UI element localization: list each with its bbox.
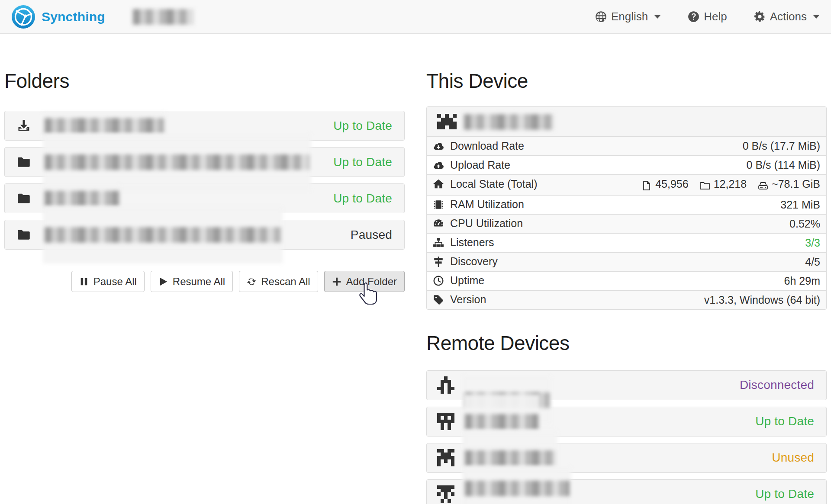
device-identicon-icon [437, 413, 454, 430]
remote-device-status: Up to Date [755, 414, 816, 428]
cloud-upload-icon [433, 159, 444, 170]
add-folder-button[interactable]: Add Folder [324, 271, 405, 292]
device-identicon-icon [437, 449, 454, 466]
redacted-device-name [463, 394, 540, 449]
folder-icon [17, 228, 30, 241]
resume-all-button[interactable]: Resume All [151, 271, 233, 292]
folder-row[interactable]: Up to Date [4, 183, 405, 213]
redacted-device-name [462, 113, 555, 131]
folder-icon [17, 156, 30, 169]
redacted-folder-name [43, 185, 121, 212]
plus-icon [332, 277, 341, 286]
stat-value-part: 12,218 [714, 178, 747, 190]
syncthing-brand[interactable]: Syncthing [11, 5, 105, 29]
folder-row[interactable]: Paused [4, 220, 405, 250]
remote-device-row[interactable]: Unused [426, 443, 827, 473]
nav-menu-actions[interactable]: Actions [754, 10, 820, 23]
download-icon [17, 119, 30, 132]
stat-value: 6h 29m [575, 271, 826, 290]
nav-menu-label: Actions [770, 10, 807, 23]
navbar: Syncthing EnglishHelpActions [0, 0, 831, 34]
nav-menu-label: English [611, 10, 648, 23]
rescan-all-button[interactable]: Rescan All [239, 271, 318, 292]
clock-icon [433, 275, 444, 286]
folder-icon [15, 156, 32, 169]
globe-icon [595, 11, 607, 22]
remote-device-status: Unused [772, 451, 816, 465]
folder-icon [15, 228, 32, 241]
home-icon [433, 178, 444, 189]
stat-value: 0 B/s (17.7 MiB) [575, 137, 826, 156]
this-device-heading: This Device [426, 69, 827, 93]
redacted-folder-name [43, 206, 283, 263]
folder-row[interactable]: Up to Date [4, 147, 405, 177]
stat-value-part: ~78.1 GiB [772, 178, 820, 190]
button-label: Pause All [93, 276, 137, 288]
button-label: Rescan All [261, 276, 310, 288]
chevron-down-icon [654, 15, 661, 19]
device-stats-table: Download Rate0 B/s (17.7 MiB)Upload Rate… [427, 137, 826, 309]
device-stat-row: Local State (Total)45,95612,218~78.1 GiB [427, 175, 826, 196]
nav-menu-help[interactable]: Help [688, 10, 727, 23]
stat-label: Version [450, 293, 486, 306]
brand-name: Syncthing [42, 10, 105, 24]
question-circle-icon [688, 11, 699, 22]
device-stat-row: Upload Rate0 B/s (114 MiB) [427, 156, 826, 175]
folders-heading: Folders [4, 69, 405, 93]
stat-label: Uptime [450, 274, 484, 287]
remote-device-row[interactable]: Up to Date [426, 407, 827, 437]
folder-o-icon [700, 180, 710, 191]
stat-value: 0 B/s (114 MiB) [575, 156, 826, 175]
device-stat-row: Discovery4/5 [427, 252, 826, 271]
file-icon [641, 180, 652, 191]
syncthing-logo-icon [11, 5, 35, 29]
device-stat-row: CPU Utilization0.52% [427, 214, 826, 233]
stat-label: CPU Utilization [450, 217, 523, 230]
button-label: Add Folder [346, 276, 397, 288]
folder-status: Paused [351, 228, 394, 242]
device-stat-row: Listeners3/3 [427, 233, 826, 252]
sitemap-icon [433, 237, 444, 248]
folder-icon [15, 192, 32, 205]
pause-all-button[interactable]: Pause All [71, 271, 145, 292]
remote-device-status: Disconnected [740, 378, 816, 392]
pause-icon [79, 277, 89, 286]
redacted-device-name [463, 430, 557, 486]
remote-devices-heading: Remote Devices [426, 331, 827, 355]
cloud-download-icon [433, 140, 444, 151]
chip-icon [433, 199, 444, 210]
folder-status: Up to Date [333, 192, 394, 205]
this-device-panel: Download Rate0 B/s (17.7 MiB)Upload Rate… [426, 106, 827, 310]
remote-device-row[interactable]: Disconnected [426, 370, 827, 400]
redacted-host-name [131, 8, 195, 26]
folder-row[interactable]: Up to Date [4, 111, 405, 141]
stat-label: Local State (Total) [450, 178, 538, 190]
tag-icon [433, 294, 444, 305]
redacted-folder-name [43, 134, 311, 191]
redacted-folder-name [43, 112, 166, 140]
stat-value-part: 45,956 [655, 178, 688, 190]
folder-status: Up to Date [333, 119, 394, 133]
folder-status: Up to Date [333, 155, 394, 169]
stat-label: Upload Rate [450, 159, 510, 171]
stat-label: Discovery [450, 255, 498, 268]
stat-value: 3/3 [575, 233, 826, 252]
refresh-icon [247, 277, 256, 286]
chevron-down-icon [813, 15, 820, 19]
remote-device-status: Up to Date [755, 487, 816, 501]
dashboard-icon [433, 218, 444, 229]
device-stat-row: Uptime6h 29m [427, 271, 826, 290]
remote-device-row[interactable]: Up to Date [426, 479, 827, 504]
nav-menu-language[interactable]: English [595, 10, 661, 23]
play-icon [158, 277, 168, 286]
device-stat-row: Versionv1.3.3, Windows (64 bit) [427, 290, 826, 309]
stat-value: 45,95612,218~78.1 GiB [575, 175, 826, 196]
stat-value: 321 MiB [575, 195, 826, 214]
download-icon [15, 119, 32, 132]
device-stat-row: RAM Utilization321 MiB [427, 195, 826, 214]
hdd-icon [758, 180, 768, 191]
this-device-header[interactable] [427, 107, 826, 137]
stat-value: 0.52% [575, 214, 826, 233]
device-identicon-icon [437, 114, 457, 129]
stat-label: RAM Utilization [450, 198, 524, 211]
